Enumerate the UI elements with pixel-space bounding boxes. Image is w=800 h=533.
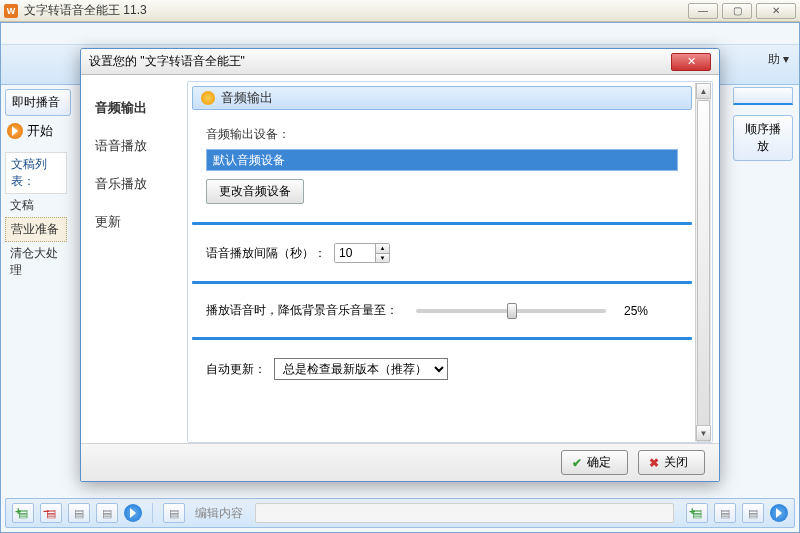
nav-audio-output[interactable]: 音频输出	[81, 89, 187, 127]
bg-volume-slider[interactable]	[416, 309, 606, 313]
divider	[192, 337, 692, 340]
maximize-button[interactable]: ▢	[722, 3, 752, 19]
edit-doc-icon[interactable]: ▤	[68, 503, 90, 523]
ok-button[interactable]: ✔ 确定	[561, 450, 628, 475]
check-icon: ✔	[572, 456, 582, 470]
change-device-button[interactable]: 更改音频设备	[206, 179, 304, 204]
edit-content-field[interactable]	[255, 503, 674, 523]
close-button[interactable]: ✖ 关闭	[638, 450, 705, 475]
tab-instant-play[interactable]: 即时播音	[5, 89, 71, 116]
play-button[interactable]	[124, 504, 142, 522]
interval-input[interactable]	[335, 244, 375, 262]
doc-options-icon[interactable]: ▤	[96, 503, 118, 523]
start-label: 开始	[27, 122, 53, 140]
bottom-toolbar: + ▤ − ▤ ▤ ▤ ▤ 编辑内容 + ▤ ▤ ▤	[5, 498, 795, 528]
interval-row: 语音播放间隔（秒）： ▲ ▼	[188, 229, 696, 277]
section-title: 音频输出	[221, 89, 273, 107]
menubar	[1, 23, 799, 45]
doc-list-header: 文稿列表：	[5, 152, 67, 194]
help-menu[interactable]: 助 ▾	[768, 51, 789, 68]
bg-reduce-label: 播放语音时，降低背景音乐音量至：	[206, 302, 398, 319]
slider-thumb-icon[interactable]	[507, 303, 517, 319]
left-column: 即时播音 开始 文稿列表： 文稿 营业准备 清仓大处理	[1, 85, 71, 528]
scroll-down-icon[interactable]: ▼	[696, 425, 711, 441]
device-block: 音频输出设备： 更改音频设备	[188, 116, 696, 218]
dialog-footer: ✔ 确定 ✖ 关闭	[81, 443, 719, 481]
nav-voice-play[interactable]: 语音播放	[81, 127, 187, 165]
scroll-up-icon[interactable]: ▲	[696, 83, 711, 99]
dialog-scrollbar[interactable]: ▲ ▼	[695, 83, 711, 441]
list-item[interactable]: 清仓大处理	[5, 242, 67, 282]
nav-music-play[interactable]: 音乐播放	[81, 165, 187, 203]
start-button[interactable]: 开始	[7, 122, 65, 140]
minimize-button[interactable]: —	[688, 3, 718, 19]
list-item[interactable]: 营业准备	[5, 217, 67, 242]
ok-label: 确定	[587, 454, 611, 471]
add-doc-icon[interactable]: + ▤	[12, 503, 34, 523]
scroll-thumb[interactable]	[697, 100, 710, 443]
edit-doc2-icon[interactable]: ▤	[714, 503, 736, 523]
spin-up-icon[interactable]: ▲	[376, 244, 389, 254]
list-item[interactable]: 文稿	[5, 194, 67, 217]
section-header-audio: 音频输出	[192, 86, 692, 110]
dialog-close-button[interactable]: ✕	[671, 53, 711, 71]
edit-content-label: 编辑内容	[195, 505, 243, 522]
auto-update-label: 自动更新：	[206, 361, 266, 378]
nav-update[interactable]: 更新	[81, 203, 187, 241]
settings-dialog: 设置您的 "文字转语音全能王" ✕ 音频输出 语音播放 音乐播放 更新 音频输出…	[80, 48, 720, 482]
device-label: 音频输出设备：	[206, 126, 678, 143]
remove-doc-icon[interactable]: − ▤	[40, 503, 62, 523]
auto-update-row: 自动更新： 总是检查最新版本（推荐）	[188, 344, 696, 394]
play-icon	[7, 123, 23, 139]
play2-button[interactable]	[770, 504, 788, 522]
divider	[192, 222, 692, 225]
auto-update-select[interactable]: 总是检查最新版本（推荐）	[274, 358, 448, 380]
dialog-main: 音频输出 音频输出设备： 更改音频设备 语音播放间隔（秒）： ▲ ▼	[187, 81, 713, 443]
right-column: 顺序播放	[733, 115, 793, 161]
separator	[152, 503, 153, 523]
content-icon[interactable]: ▤	[163, 503, 185, 523]
dialog-body: 音频输出 语音播放 音乐播放 更新 音频输出 音频输出设备： 更改音频设备	[81, 75, 719, 443]
main-titlebar: W 文字转语音全能王 11.3 — ▢ ✕	[0, 0, 800, 22]
dialog-title: 设置您的 "文字转语音全能王"	[89, 53, 245, 70]
window-title: 文字转语音全能王 11.3	[24, 2, 147, 19]
add-doc2-icon[interactable]: + ▤	[686, 503, 708, 523]
dialog-nav: 音频输出 语音播放 音乐播放 更新	[81, 75, 187, 443]
dialog-titlebar: 设置您的 "文字转语音全能王" ✕	[81, 49, 719, 75]
advanced-play-button[interactable]: 顺序播放	[733, 115, 793, 161]
doc-options2-icon[interactable]: ▤	[742, 503, 764, 523]
divider	[192, 281, 692, 284]
audio-icon	[201, 91, 215, 105]
device-input[interactable]	[206, 149, 678, 171]
x-icon: ✖	[649, 456, 659, 470]
bg-volume-row: 播放语音时，降低背景音乐音量至： 25%	[188, 288, 696, 333]
interval-label: 语音播放间隔（秒）：	[206, 245, 326, 262]
right-tab[interactable]	[733, 87, 793, 105]
spin-down-icon[interactable]: ▼	[376, 254, 389, 263]
bg-reduce-value: 25%	[624, 304, 648, 318]
close-label: 关闭	[664, 454, 688, 471]
close-window-button[interactable]: ✕	[756, 3, 796, 19]
app-icon: W	[4, 4, 18, 18]
interval-spinner[interactable]: ▲ ▼	[334, 243, 390, 263]
